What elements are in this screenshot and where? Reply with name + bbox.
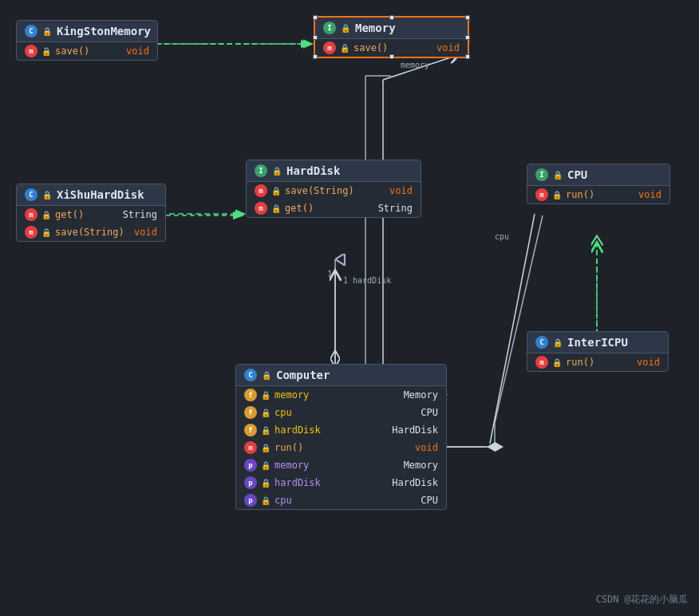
lock-icon: 🔒 bbox=[261, 479, 271, 488]
cpu-box: I 🔒 CPU m 🔒 run() void bbox=[527, 164, 670, 204]
member-row-1: m 🔒 save(String) void bbox=[17, 223, 165, 241]
cpu-title: I 🔒 CPU bbox=[527, 164, 669, 186]
computer-title: C 🔒 Computer bbox=[236, 365, 446, 386]
member-type: String bbox=[123, 209, 157, 220]
handle-tl bbox=[313, 15, 318, 20]
class-name: CPU bbox=[567, 168, 587, 181]
member-name: save(String) bbox=[55, 227, 124, 238]
member-type: String bbox=[378, 203, 413, 214]
member-row-2: f 🔒 hardDisk HardDisk bbox=[236, 421, 446, 439]
member-name: run() bbox=[274, 442, 303, 453]
member-type: Memory bbox=[404, 460, 438, 471]
class-name: Memory bbox=[355, 22, 396, 34]
field-icon: f bbox=[244, 424, 257, 436]
member-type: void bbox=[638, 189, 661, 200]
member-row-6: p 🔒 cpu CPU bbox=[236, 492, 446, 509]
member-row: m 🔒 run() void bbox=[527, 353, 668, 371]
svg-text:1 hardDisk: 1 hardDisk bbox=[343, 276, 391, 285]
method-icon: m bbox=[25, 226, 38, 239]
member-row-0: m 🔒 get() String bbox=[17, 206, 165, 223]
class-icon-c: C bbox=[25, 188, 38, 201]
member-name: memory bbox=[274, 389, 309, 401]
field-icon: f bbox=[244, 389, 257, 401]
lock-icon: 🔒 bbox=[552, 191, 562, 199]
xishuh-harddisk-box: C 🔒 XiShuHardDisk m 🔒 get() String m 🔒 s… bbox=[16, 184, 166, 242]
handle-tm bbox=[389, 15, 394, 20]
class-icon-i: I bbox=[323, 22, 336, 34]
lock-icon: 🔒 bbox=[41, 47, 51, 56]
member-name: save() bbox=[55, 45, 89, 57]
handle-br bbox=[465, 54, 470, 59]
lock-icon: 🔒 bbox=[261, 426, 271, 435]
xishuh-title: C 🔒 XiShuHardDisk bbox=[17, 184, 165, 206]
method-icon: m bbox=[25, 45, 38, 57]
handle-bm bbox=[389, 54, 394, 59]
member-row-1: m 🔒 get() String bbox=[247, 199, 421, 217]
class-name: HardDisk bbox=[286, 164, 340, 177]
watermark: CSDN @花花的小脑瓜 bbox=[596, 593, 688, 606]
lock-icon: 🔒 bbox=[261, 461, 271, 470]
handle-mr bbox=[465, 35, 470, 40]
field-icon: f bbox=[244, 406, 257, 419]
method-icon: m bbox=[255, 202, 267, 215]
member-name: save(String) bbox=[285, 185, 354, 196]
svg-text:cpu: cpu bbox=[495, 232, 509, 241]
lock-icon: 🔒 bbox=[552, 358, 562, 367]
lock-icon: 🔒 bbox=[261, 409, 271, 417]
member-type: void bbox=[415, 442, 438, 453]
lock-icon: 🔒 bbox=[261, 444, 271, 452]
member-name: run() bbox=[566, 189, 594, 200]
connection-lines bbox=[0, 0, 699, 616]
lock-icon: 🔒 bbox=[272, 167, 282, 176]
lock-icon: 🔒 bbox=[261, 391, 271, 400]
lock-icon: 🔒 bbox=[553, 171, 563, 180]
intericpu-title: C 🔒 InterICPU bbox=[527, 332, 668, 353]
class-icon-c: C bbox=[535, 336, 548, 349]
kingstonmemory-title: C 🔒 KingStonMemory bbox=[17, 21, 157, 42]
lock-icon: 🔒 bbox=[42, 27, 52, 36]
member-type: CPU bbox=[421, 495, 438, 506]
member-row-0: f 🔒 memory Memory bbox=[236, 386, 446, 404]
lock-icon: 🔒 bbox=[262, 371, 271, 380]
member-name: cpu bbox=[274, 495, 292, 506]
param-icon: p bbox=[244, 476, 257, 489]
member-row-1: f 🔒 cpu CPU bbox=[236, 404, 446, 421]
member-type: void bbox=[134, 227, 157, 238]
member-type: void bbox=[637, 357, 660, 368]
member-type: CPU bbox=[421, 407, 438, 418]
lock-icon: 🔒 bbox=[341, 24, 350, 33]
class-icon-i: I bbox=[255, 164, 267, 177]
member-type: HardDisk bbox=[392, 477, 438, 488]
computer-box: C 🔒 Computer f 🔒 memory Memory f 🔒 cpu C… bbox=[235, 364, 447, 510]
member-row-5: p 🔒 hardDisk HardDisk bbox=[236, 474, 446, 492]
method-icon: m bbox=[535, 188, 548, 201]
method-icon: m bbox=[323, 41, 336, 54]
memory-box: I 🔒 Memory m 🔒 save() void bbox=[314, 16, 469, 58]
class-icon-i: I bbox=[535, 168, 548, 181]
member-row-0: m 🔒 save(String) void bbox=[247, 182, 421, 199]
member-type: void bbox=[389, 185, 413, 196]
svg-line-22 bbox=[490, 214, 535, 444]
member-name: memory bbox=[274, 460, 309, 471]
member-type: void bbox=[436, 42, 460, 53]
svg-text:memory: memory bbox=[401, 61, 429, 69]
member-type: Memory bbox=[404, 389, 438, 401]
method-icon: m bbox=[535, 356, 548, 369]
handle-tr bbox=[465, 15, 470, 20]
handle-bl bbox=[313, 54, 318, 59]
lock-icon: 🔒 bbox=[42, 191, 52, 199]
lock-icon: 🔒 bbox=[553, 338, 563, 347]
method-icon: m bbox=[25, 208, 38, 221]
class-name: KingStonMemory bbox=[57, 25, 151, 38]
member-type: void bbox=[126, 45, 149, 57]
param-icon: p bbox=[244, 459, 257, 472]
class-icon-c: C bbox=[244, 369, 257, 381]
member-name: hardDisk bbox=[274, 477, 321, 488]
member-type: HardDisk bbox=[392, 424, 438, 436]
class-name: XiShuHardDisk bbox=[57, 188, 144, 201]
member-row-4: p 🔒 memory Memory bbox=[236, 456, 446, 474]
method-icon: m bbox=[255, 184, 267, 197]
harddisk-box: I 🔒 HardDisk m 🔒 save(String) void m 🔒 g… bbox=[246, 160, 421, 218]
intericpu-box: C 🔒 InterICPU m 🔒 run() void bbox=[527, 331, 669, 372]
class-name: Computer bbox=[276, 369, 330, 381]
